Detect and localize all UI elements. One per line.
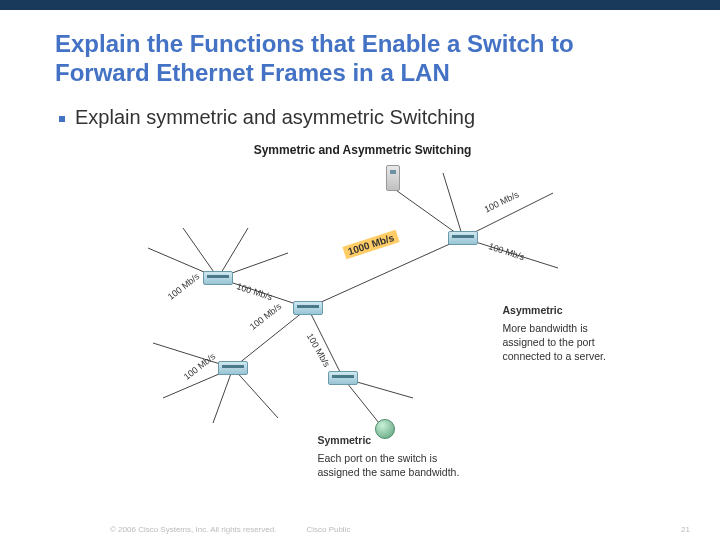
slide-footer: © 2006 Cisco Systems, Inc. All rights re…: [0, 525, 720, 534]
switch-icon: [218, 361, 248, 375]
bullet-marker: [59, 116, 65, 122]
svg-line-1: [443, 173, 463, 238]
switch-icon: [293, 301, 323, 315]
bullet-text: Explain symmetric and asymmetric Switchi…: [75, 106, 475, 129]
slide-title: Explain the Functions that Enable a Swit…: [55, 30, 670, 88]
switch-icon: [203, 271, 233, 285]
asymmetric-body: More bandwidth is assigned to the port c…: [503, 321, 633, 364]
asymmetric-heading: Asymmetric: [503, 303, 633, 317]
symmetric-body: Each port on the switch is assigned the …: [318, 451, 478, 479]
workstation-icon: [141, 329, 163, 349]
slide-content: Explain the Functions that Enable a Swit…: [0, 10, 720, 473]
footer-tag: Cisco Public: [306, 525, 350, 534]
workstation-icon: [279, 239, 301, 259]
workstation-icon: [551, 255, 573, 275]
workstation-icon: [405, 387, 427, 407]
workstation-icon: [433, 157, 455, 177]
workstation-icon: [137, 235, 159, 255]
workstation-icon: [269, 407, 291, 427]
page-number: 21: [681, 525, 690, 534]
symmetric-caption: Symmetric Each port on the switch is ass…: [318, 433, 478, 480]
footer-copyright: © 2006 Cisco Systems, Inc. All rights re…: [110, 525, 276, 534]
switch-icon: [328, 371, 358, 385]
workstation-icon: [173, 213, 195, 233]
svg-line-16: [343, 378, 383, 428]
workstation-icon: [545, 177, 567, 197]
server-icon: [386, 165, 400, 191]
workstation-icon: [151, 387, 173, 407]
switch-icon: [448, 231, 478, 245]
workstation-icon: [203, 413, 225, 433]
asymmetric-caption: Asymmetric More bandwidth is assigned to…: [503, 303, 633, 364]
workstation-icon: [238, 213, 260, 233]
network-diagram: Symmetric and Asymmetric Switching: [83, 143, 643, 473]
bullet-item: Explain symmetric and asymmetric Switchi…: [59, 106, 670, 129]
svg-line-4: [308, 238, 463, 308]
slide-top-bar: [0, 0, 720, 10]
symmetric-heading: Symmetric: [318, 433, 478, 447]
